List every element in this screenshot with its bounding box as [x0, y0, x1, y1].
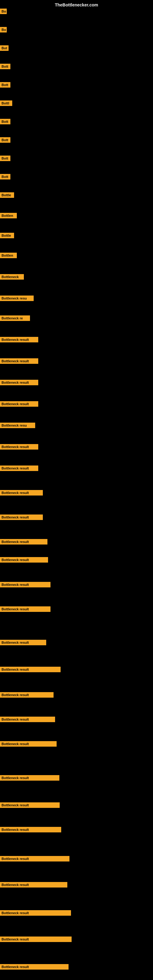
- badge-item: Bottleneck result: [0, 741, 57, 748]
- badge-item: Bottleneck result: [0, 640, 46, 646]
- bottleneck-badge: Bottleneck result: [0, 910, 71, 916]
- bottleneck-badge: Bo: [0, 9, 7, 14]
- bottleneck-badge: Bottleneck result: [0, 717, 55, 722]
- badge-item: Bottleneck result: [0, 539, 48, 546]
- badge-item: Bottleneck result: [0, 490, 43, 497]
- bottleneck-badge: Bottleneck result: [0, 802, 60, 808]
- badge-item: Bottleneck result: [0, 466, 38, 472]
- badge-item: Bottleneck result: [0, 775, 59, 782]
- badge-item: Bottleneck result: [0, 557, 48, 564]
- bottleneck-badge: Bott: [0, 119, 10, 124]
- bottleneck-badge: Bottlen: [0, 253, 17, 258]
- badge-item: Bottleneck resu: [0, 296, 33, 302]
- badge-item: Bottleneck result: [0, 717, 55, 723]
- badge-item: Bottl: [0, 100, 12, 107]
- bottleneck-badge: Bott: [0, 137, 10, 143]
- badge-item: Bottleneck result: [0, 937, 72, 943]
- badge-item: Bott: [0, 82, 10, 89]
- bottleneck-badge: Bottleneck result: [0, 856, 70, 861]
- badge-item: Bott: [0, 119, 10, 126]
- badge-item: Bot: [0, 45, 9, 52]
- badge-item: Bottleneck result: [0, 358, 38, 365]
- bottleneck-badge: Bottleneck resu: [0, 423, 35, 428]
- bottleneck-badge: Bot: [0, 45, 9, 51]
- badge-item: Bo: [0, 9, 7, 15]
- bottleneck-badge: Bottleneck result: [0, 775, 59, 781]
- bottleneck-badge: Bottleneck resu: [0, 296, 33, 301]
- bottleneck-badge: Bott: [0, 174, 10, 180]
- badge-item: Bottleneck result: [0, 692, 54, 699]
- bottleneck-badge: Bottleneck: [0, 274, 24, 280]
- badge-item: Bottleneck resu: [0, 423, 35, 430]
- badge-item: Bottleneck result: [0, 882, 67, 889]
- bottleneck-badge: Bottleneck result: [0, 882, 67, 888]
- bottleneck-badge: Bottleneck result: [0, 827, 61, 832]
- badge-item: Bottleneck result: [0, 401, 38, 408]
- site-title: TheBottlenecker.com: [55, 2, 98, 7]
- bottleneck-badge: Bottle: [0, 233, 14, 238]
- badge-item: Bottleneck result: [0, 380, 38, 387]
- bottleneck-badge: Bottleneck result: [0, 606, 51, 612]
- bottleneck-badge: Bottleneck result: [0, 466, 38, 471]
- badge-item: Bottleneck result: [0, 337, 38, 344]
- bottleneck-badge: Bottleneck result: [0, 444, 38, 450]
- bottleneck-badge: Bott: [0, 156, 10, 161]
- bottleneck-badge: Bottlen: [0, 213, 17, 218]
- badge-item: Bottleneck result: [0, 827, 61, 834]
- bottleneck-badge: Bottleneck result: [0, 358, 38, 364]
- badge-item: Bottleneck result: [0, 606, 51, 613]
- bottleneck-badge: Bottl: [0, 100, 12, 106]
- badge-item: Bottleneck: [0, 274, 24, 281]
- bottleneck-badge: Bottleneck result: [0, 401, 38, 407]
- badge-item: Bottleneck result: [0, 444, 38, 451]
- badge-item: Bott: [0, 64, 10, 70]
- badge-item: Bottleneck result: [0, 964, 69, 971]
- badge-item: Bottleneck result: [0, 582, 51, 589]
- badge-item: Bottle: [0, 233, 14, 240]
- bottleneck-badge: Bottleneck result: [0, 964, 69, 970]
- badge-item: Bottleneck result: [0, 514, 43, 521]
- badge-item: Bo: [0, 27, 7, 34]
- bottleneck-badge: Bottleneck result: [0, 380, 38, 385]
- bottleneck-badge: Bottleneck result: [0, 937, 72, 942]
- bottleneck-badge: Bottleneck result: [0, 337, 38, 342]
- bottleneck-badge: Bottleneck result: [0, 539, 48, 544]
- badge-item: Bottleneck result: [0, 667, 61, 673]
- badge-item: Bottleneck result: [0, 856, 70, 863]
- bottleneck-badge: Bottle: [0, 192, 14, 198]
- bottleneck-badge: Bottleneck result: [0, 667, 61, 672]
- bottleneck-badge: Bottleneck result: [0, 557, 48, 563]
- badge-item: Bottlen: [0, 213, 17, 220]
- badge-item: Bottlen: [0, 253, 17, 259]
- badge-item: Bott: [0, 156, 10, 162]
- bottleneck-badge: Bottleneck result: [0, 741, 57, 747]
- bottleneck-badge: Bottleneck re: [0, 315, 30, 321]
- bottleneck-badge: Bottleneck result: [0, 490, 43, 495]
- badge-item: Bottleneck result: [0, 910, 71, 917]
- badge-item: Bottle: [0, 192, 14, 199]
- badge-item: Bott: [0, 174, 10, 181]
- badge-item: Bottleneck re: [0, 315, 30, 322]
- bottleneck-badge: Bo: [0, 27, 7, 32]
- bottleneck-badge: Bottleneck result: [0, 582, 51, 587]
- bottleneck-badge: Bottleneck result: [0, 692, 54, 698]
- bottleneck-badge: Bottleneck result: [0, 514, 43, 520]
- badge-item: Bott: [0, 137, 10, 144]
- badge-item: Bottleneck result: [0, 802, 60, 809]
- bottleneck-badge: Bott: [0, 64, 10, 69]
- bottleneck-badge: Bott: [0, 82, 10, 88]
- bottleneck-badge: Bottleneck result: [0, 640, 46, 645]
